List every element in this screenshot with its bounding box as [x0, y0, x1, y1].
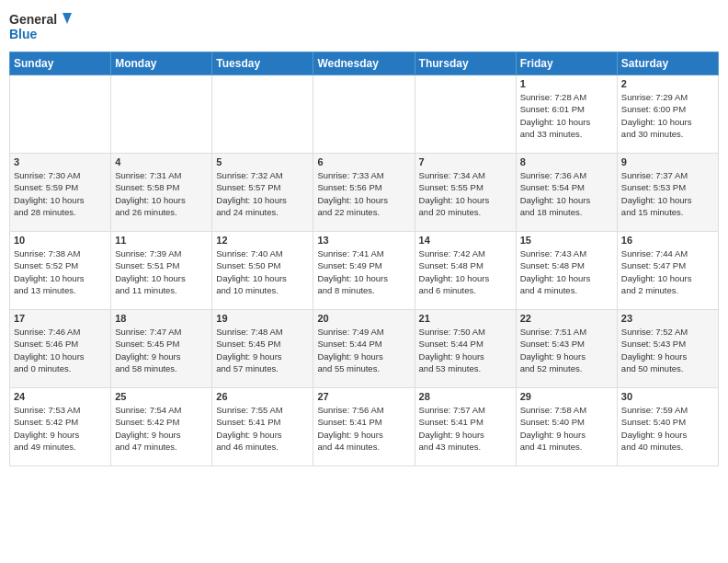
calendar-week-5: 24Sunrise: 7:53 AM Sunset: 5:42 PM Dayli… — [10, 388, 719, 466]
calendar-cell: 17Sunrise: 7:46 AM Sunset: 5:46 PM Dayli… — [10, 310, 111, 388]
day-number: 25 — [115, 391, 208, 402]
calendar-table: SundayMondayTuesdayWednesdayThursdayFrid… — [9, 52, 719, 466]
calendar-cell: 2Sunrise: 7:29 AM Sunset: 6:00 PM Daylig… — [617, 75, 718, 154]
calendar-cell: 25Sunrise: 7:54 AM Sunset: 5:42 PM Dayli… — [111, 388, 212, 466]
day-info: Sunrise: 7:54 AM Sunset: 5:42 PM Dayligh… — [115, 404, 208, 453]
calendar-week-1: 1Sunrise: 7:28 AM Sunset: 6:01 PM Daylig… — [10, 75, 719, 154]
day-info: Sunrise: 7:46 AM Sunset: 5:46 PM Dayligh… — [14, 326, 107, 374]
day-number: 7 — [419, 156, 512, 167]
calendar-cell: 8Sunrise: 7:36 AM Sunset: 5:54 PM Daylig… — [516, 154, 617, 232]
calendar-cell: 7Sunrise: 7:34 AM Sunset: 5:55 PM Daylig… — [415, 154, 516, 232]
day-number: 19 — [216, 313, 309, 324]
calendar-cell: 30Sunrise: 7:59 AM Sunset: 5:40 PM Dayli… — [617, 388, 718, 466]
calendar-cell: 15Sunrise: 7:43 AM Sunset: 5:48 PM Dayli… — [516, 232, 617, 310]
day-info: Sunrise: 7:36 AM Sunset: 5:54 PM Dayligh… — [520, 169, 613, 218]
calendar-cell: 1Sunrise: 7:28 AM Sunset: 6:01 PM Daylig… — [516, 75, 617, 154]
day-info: Sunrise: 7:51 AM Sunset: 5:43 PM Dayligh… — [520, 326, 613, 374]
day-number: 9 — [621, 156, 714, 167]
day-info: Sunrise: 7:30 AM Sunset: 5:59 PM Dayligh… — [14, 169, 107, 218]
day-number: 18 — [115, 313, 208, 324]
calendar-cell: 5Sunrise: 7:32 AM Sunset: 5:57 PM Daylig… — [212, 154, 313, 232]
svg-text:General: General — [9, 12, 57, 27]
logo: GeneralBlue — [9, 9, 74, 44]
day-number: 1 — [520, 78, 613, 89]
calendar-cell — [111, 75, 212, 154]
day-number: 10 — [14, 235, 107, 246]
day-info: Sunrise: 7:32 AM Sunset: 5:57 PM Dayligh… — [216, 169, 309, 218]
day-number: 27 — [317, 391, 410, 402]
day-info: Sunrise: 7:34 AM Sunset: 5:55 PM Dayligh… — [419, 169, 512, 218]
svg-marker-2 — [63, 13, 72, 24]
calendar-week-4: 17Sunrise: 7:46 AM Sunset: 5:46 PM Dayli… — [10, 310, 719, 388]
calendar-cell: 19Sunrise: 7:48 AM Sunset: 5:45 PM Dayli… — [212, 310, 313, 388]
day-number: 8 — [520, 156, 613, 167]
day-info: Sunrise: 7:40 AM Sunset: 5:50 PM Dayligh… — [216, 247, 309, 296]
day-info: Sunrise: 7:48 AM Sunset: 5:45 PM Dayligh… — [216, 326, 309, 374]
day-number: 16 — [621, 235, 714, 246]
svg-text:Blue: Blue — [9, 27, 38, 41]
day-number: 6 — [317, 156, 410, 167]
day-info: Sunrise: 7:59 AM Sunset: 5:40 PM Dayligh… — [621, 404, 714, 453]
day-info: Sunrise: 7:44 AM Sunset: 5:47 PM Dayligh… — [621, 247, 714, 296]
day-info: Sunrise: 7:29 AM Sunset: 6:00 PM Dayligh… — [621, 91, 714, 140]
weekday-header-sunday: Sunday — [10, 52, 111, 75]
day-info: Sunrise: 7:38 AM Sunset: 5:52 PM Dayligh… — [14, 247, 107, 296]
calendar-cell: 13Sunrise: 7:41 AM Sunset: 5:49 PM Dayli… — [313, 232, 415, 310]
day-info: Sunrise: 7:49 AM Sunset: 5:44 PM Dayligh… — [317, 326, 410, 374]
day-number: 21 — [419, 313, 512, 324]
day-info: Sunrise: 7:58 AM Sunset: 5:40 PM Dayligh… — [520, 404, 613, 453]
calendar-cell: 9Sunrise: 7:37 AM Sunset: 5:53 PM Daylig… — [617, 154, 718, 232]
calendar-cell: 3Sunrise: 7:30 AM Sunset: 5:59 PM Daylig… — [10, 154, 111, 232]
calendar-cell: 18Sunrise: 7:47 AM Sunset: 5:45 PM Dayli… — [111, 310, 212, 388]
day-number: 2 — [621, 78, 714, 89]
calendar-cell: 28Sunrise: 7:57 AM Sunset: 5:41 PM Dayli… — [415, 388, 516, 466]
day-info: Sunrise: 7:39 AM Sunset: 5:51 PM Dayligh… — [115, 247, 208, 296]
day-number: 5 — [216, 156, 309, 167]
day-number: 12 — [216, 235, 309, 246]
day-number: 20 — [317, 313, 410, 324]
day-info: Sunrise: 7:42 AM Sunset: 5:48 PM Dayligh… — [419, 247, 512, 296]
day-info: Sunrise: 7:31 AM Sunset: 5:58 PM Dayligh… — [115, 169, 208, 218]
day-number: 23 — [621, 313, 714, 324]
calendar-cell: 20Sunrise: 7:49 AM Sunset: 5:44 PM Dayli… — [313, 310, 415, 388]
day-number: 17 — [14, 313, 107, 324]
calendar-cell: 11Sunrise: 7:39 AM Sunset: 5:51 PM Dayli… — [111, 232, 212, 310]
day-info: Sunrise: 7:41 AM Sunset: 5:49 PM Dayligh… — [317, 247, 410, 296]
day-number: 26 — [216, 391, 309, 402]
day-info: Sunrise: 7:28 AM Sunset: 6:01 PM Dayligh… — [520, 91, 613, 140]
day-info: Sunrise: 7:57 AM Sunset: 5:41 PM Dayligh… — [419, 404, 512, 453]
day-number: 28 — [419, 391, 512, 402]
calendar-cell: 6Sunrise: 7:33 AM Sunset: 5:56 PM Daylig… — [313, 154, 415, 232]
logo-svg: GeneralBlue — [9, 9, 74, 44]
weekday-header-wednesday: Wednesday — [313, 52, 415, 75]
calendar-cell: 24Sunrise: 7:53 AM Sunset: 5:42 PM Dayli… — [10, 388, 111, 466]
calendar-cell — [415, 75, 516, 154]
weekday-header-row: SundayMondayTuesdayWednesdayThursdayFrid… — [10, 52, 719, 75]
day-info: Sunrise: 7:56 AM Sunset: 5:41 PM Dayligh… — [317, 404, 410, 453]
day-number: 3 — [14, 156, 107, 167]
calendar-cell: 26Sunrise: 7:55 AM Sunset: 5:41 PM Dayli… — [212, 388, 313, 466]
day-info: Sunrise: 7:47 AM Sunset: 5:45 PM Dayligh… — [115, 326, 208, 374]
day-number: 22 — [520, 313, 613, 324]
weekday-header-tuesday: Tuesday — [212, 52, 313, 75]
day-number: 13 — [317, 235, 410, 246]
calendar-cell: 10Sunrise: 7:38 AM Sunset: 5:52 PM Dayli… — [10, 232, 111, 310]
weekday-header-saturday: Saturday — [617, 52, 718, 75]
calendar-cell: 12Sunrise: 7:40 AM Sunset: 5:50 PM Dayli… — [212, 232, 313, 310]
weekday-header-thursday: Thursday — [415, 52, 516, 75]
calendar-cell — [313, 75, 415, 154]
calendar-cell: 22Sunrise: 7:51 AM Sunset: 5:43 PM Dayli… — [516, 310, 617, 388]
day-info: Sunrise: 7:53 AM Sunset: 5:42 PM Dayligh… — [14, 404, 107, 453]
day-number: 4 — [115, 156, 208, 167]
weekday-header-friday: Friday — [516, 52, 617, 75]
day-number: 11 — [115, 235, 208, 246]
day-number: 14 — [419, 235, 512, 246]
calendar-cell: 29Sunrise: 7:58 AM Sunset: 5:40 PM Dayli… — [516, 388, 617, 466]
calendar-cell: 4Sunrise: 7:31 AM Sunset: 5:58 PM Daylig… — [111, 154, 212, 232]
calendar-cell: 21Sunrise: 7:50 AM Sunset: 5:44 PM Dayli… — [415, 310, 516, 388]
calendar-week-2: 3Sunrise: 7:30 AM Sunset: 5:59 PM Daylig… — [10, 154, 719, 232]
calendar-cell: 27Sunrise: 7:56 AM Sunset: 5:41 PM Dayli… — [313, 388, 415, 466]
calendar-cell — [10, 75, 111, 154]
day-number: 24 — [14, 391, 107, 402]
page-header: GeneralBlue — [9, 9, 719, 44]
